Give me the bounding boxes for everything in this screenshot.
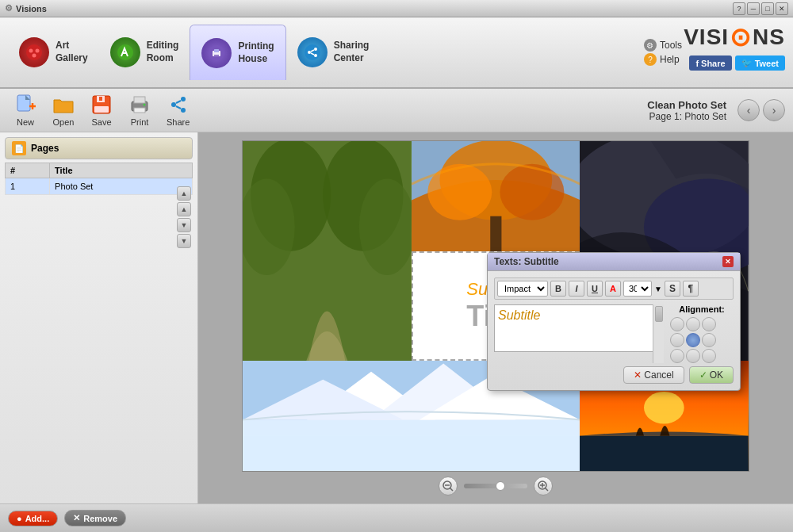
- align-mid-left[interactable]: [670, 333, 684, 347]
- next-page-button[interactable]: ›: [763, 99, 785, 121]
- size-chevron: ▼: [654, 285, 662, 293]
- align-top-center[interactable]: [686, 317, 700, 331]
- zoom-slider[interactable]: [464, 484, 527, 488]
- help-button[interactable]: ?: [733, 2, 745, 15]
- remove-label: Remove: [83, 514, 117, 523]
- sharing-center-icon: [297, 37, 328, 67]
- align-mid-center[interactable]: [686, 333, 700, 347]
- dialog-close-button[interactable]: ✕: [722, 256, 734, 267]
- sidebar-inner: # Title 1 Photo Set ▲ ▲ ▼ ▼: [5, 163, 193, 499]
- dialog-action-buttons: ✕ Cancel ✓ OK: [494, 366, 734, 384]
- svg-point-28: [181, 97, 186, 101]
- photo-forest[interactable]: [243, 141, 412, 361]
- open-button[interactable]: Open: [46, 90, 81, 130]
- tab-editing-room[interactable]: Editing Room: [99, 25, 190, 80]
- zoom-slider-handle[interactable]: [496, 481, 505, 491]
- svg-point-2: [36, 49, 40, 53]
- page-info: Page 1: Photo Set: [647, 111, 726, 122]
- share-button[interactable]: Share: [160, 90, 196, 130]
- align-top-left[interactable]: [670, 317, 684, 331]
- cancel-label: Cancel: [644, 369, 673, 381]
- scroll-mid2-button[interactable]: ▼: [177, 218, 191, 232]
- table-row[interactable]: 1 Photo Set: [6, 178, 193, 195]
- color-button[interactable]: A: [605, 281, 621, 297]
- dialog-title-bar: Texts: Subtitle ✕: [488, 253, 740, 271]
- main-content: 📄 Pages # Title 1 Photo Set: [0, 132, 793, 503]
- print-button[interactable]: Print: [122, 90, 157, 130]
- dialog-content-area: Alignment:: [494, 304, 734, 363]
- title-bar: ⚙ Visions ? ─ □ ✕: [0, 0, 793, 17]
- svg-line-31: [176, 106, 181, 109]
- zoom-in-button[interactable]: [534, 477, 553, 496]
- printing-house-icon: [201, 38, 232, 68]
- special-s-button[interactable]: S: [665, 281, 680, 297]
- font-size-select[interactable]: 30: [623, 281, 652, 297]
- print-label: Print: [131, 117, 149, 127]
- scrollbar-thumb: [655, 306, 663, 322]
- sidebar: 📄 Pages # Title 1 Photo Set: [0, 132, 198, 503]
- svg-point-13: [314, 54, 317, 57]
- pages-header[interactable]: 📄 Pages: [5, 137, 193, 159]
- minimize-button[interactable]: ─: [747, 2, 760, 15]
- open-icon: [52, 94, 75, 116]
- special-para-button[interactable]: ¶: [683, 281, 699, 297]
- align-bot-right[interactable]: [702, 349, 716, 363]
- align-bot-center[interactable]: [686, 349, 700, 363]
- scroll-down-button[interactable]: ▼: [177, 234, 191, 248]
- canvas-page[interactable]: Subtitle Title: [242, 140, 749, 472]
- save-label: Save: [91, 117, 111, 127]
- svg-point-26: [144, 104, 146, 106]
- scroll-mid1-button[interactable]: ▲: [177, 202, 191, 216]
- photo-autumn[interactable]: [412, 141, 580, 251]
- tweet-label: Tweet: [755, 59, 779, 68]
- zoom-out-button[interactable]: [439, 477, 458, 496]
- scroll-up-button[interactable]: ▲: [177, 186, 191, 201]
- tools-menu[interactable]: ⚙ Tools: [644, 39, 682, 52]
- align-bot-left[interactable]: [670, 349, 684, 363]
- svg-point-11: [308, 51, 311, 54]
- close-button[interactable]: ✕: [776, 2, 788, 15]
- svg-rect-21: [94, 106, 109, 113]
- text-editor-container: [494, 304, 664, 363]
- align-mid-right[interactable]: [702, 333, 716, 347]
- prev-page-button[interactable]: ‹: [737, 99, 760, 121]
- new-button[interactable]: New: [8, 90, 43, 130]
- remove-button[interactable]: ✕ Remove: [64, 510, 126, 526]
- visions-logo: VISI ⊙ NS: [684, 22, 785, 52]
- new-icon: [14, 94, 36, 116]
- text-scrollbar[interactable]: [653, 304, 664, 363]
- text-editor[interactable]: [494, 304, 664, 352]
- svg-point-41: [500, 164, 564, 220]
- twitter-tweet-button[interactable]: 🐦 Tweet: [735, 55, 785, 71]
- row-number: 1: [6, 178, 50, 195]
- cancel-button[interactable]: ✕ Cancel: [623, 366, 684, 384]
- remove-icon: ✕: [73, 513, 80, 523]
- row-title: Photo Set: [50, 178, 193, 195]
- align-top-right[interactable]: [702, 317, 716, 331]
- svg-rect-52: [243, 436, 580, 471]
- maximize-button[interactable]: □: [761, 2, 774, 15]
- tab-printing-house[interactable]: Printing House: [190, 25, 285, 80]
- help-menu[interactable]: ? Help: [644, 53, 682, 66]
- facebook-label: Share: [701, 59, 726, 68]
- tools-label: Tools: [660, 40, 682, 51]
- save-button[interactable]: Save: [84, 90, 119, 130]
- italic-button[interactable]: I: [569, 281, 584, 297]
- bold-button[interactable]: B: [550, 281, 566, 297]
- printing-house-label: Printing House: [238, 40, 274, 65]
- facebook-share-button[interactable]: f Share: [689, 55, 731, 71]
- svg-rect-9: [214, 55, 219, 56]
- tab-art-gallery[interactable]: Art Gallery: [8, 25, 99, 80]
- add-button[interactable]: ● Add...: [8, 511, 58, 526]
- underline-button[interactable]: U: [587, 281, 603, 297]
- editing-room-icon: [110, 37, 140, 67]
- art-gallery-label: Art Gallery: [56, 40, 88, 64]
- svg-line-30: [176, 101, 181, 103]
- font-select[interactable]: Impact: [497, 281, 548, 297]
- ok-button[interactable]: ✓ OK: [689, 366, 734, 384]
- svg-rect-25: [134, 108, 145, 113]
- alignment-panel: Alignment:: [670, 304, 734, 363]
- svg-line-62: [546, 488, 549, 492]
- canvas-area: Subtitle Title: [198, 132, 793, 503]
- tab-sharing-center[interactable]: Sharing Center: [286, 25, 381, 80]
